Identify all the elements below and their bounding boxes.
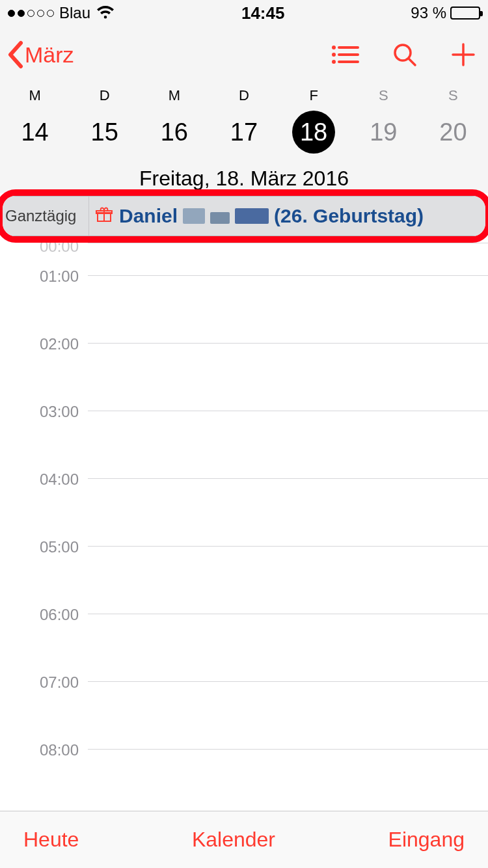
hour-row: 04:00 bbox=[0, 478, 488, 546]
status-time: 14:45 bbox=[241, 3, 285, 23]
day-button[interactable]: 18 bbox=[279, 109, 349, 155]
list-view-button[interactable] bbox=[331, 44, 359, 66]
weekday-row: MDMDFSS bbox=[0, 87, 488, 109]
svg-point-4 bbox=[332, 60, 336, 64]
search-button[interactable] bbox=[392, 42, 418, 68]
weekday-label: S bbox=[418, 87, 488, 109]
day-button[interactable]: 20 bbox=[418, 109, 488, 155]
signal-strength-icon bbox=[8, 10, 54, 17]
hour-slot[interactable] bbox=[88, 614, 488, 681]
hour-row: 01:00 bbox=[0, 275, 488, 343]
allday-label: Ganztägig bbox=[3, 197, 89, 236]
status-right: 93 % bbox=[411, 4, 480, 22]
hour-label: 08:00 bbox=[0, 741, 88, 759]
hour-label: 02:00 bbox=[0, 335, 88, 353]
allday-highlight: Ganztägig Daniel (26. Geburtstag) bbox=[0, 189, 488, 243]
bottom-toolbar: Heute Kalender Eingang bbox=[0, 811, 488, 868]
weekday-label: M bbox=[139, 87, 209, 109]
nav-bar: März bbox=[0, 26, 488, 83]
hour-label: 01:00 bbox=[0, 267, 88, 286]
day-button[interactable]: 14 bbox=[0, 109, 70, 155]
day-button[interactable]: 19 bbox=[349, 109, 418, 155]
hour-slot[interactable] bbox=[88, 343, 488, 411]
allday-event[interactable]: Daniel (26. Geburtstag) bbox=[89, 197, 485, 236]
hour-label: 00:00 bbox=[0, 243, 88, 256]
back-button[interactable]: März bbox=[7, 40, 74, 69]
hour-row: 08:00 bbox=[0, 749, 488, 815]
hour-label: 07:00 bbox=[0, 673, 88, 692]
wifi-icon bbox=[96, 6, 115, 20]
redacted-text bbox=[235, 208, 269, 224]
day-timeline[interactable]: 00:0001:0002:0003:0004:0005:0006:0007:00… bbox=[0, 243, 488, 815]
battery-icon bbox=[450, 7, 480, 20]
calendars-button[interactable]: Kalender bbox=[192, 828, 275, 852]
hour-slot[interactable] bbox=[88, 243, 488, 275]
redacted-text bbox=[210, 212, 230, 224]
status-left: Blau bbox=[8, 4, 115, 22]
hour-slot[interactable] bbox=[88, 478, 488, 546]
hour-row: 06:00 bbox=[0, 614, 488, 681]
day-button[interactable]: 15 bbox=[70, 109, 139, 155]
hour-slot[interactable] bbox=[88, 681, 488, 749]
weekday-label: D bbox=[70, 87, 139, 109]
gift-icon bbox=[96, 205, 113, 227]
svg-point-0 bbox=[332, 46, 336, 49]
daynum-row: 14151617181920 bbox=[0, 109, 488, 155]
carrier-label: Blau bbox=[59, 4, 90, 22]
hour-label: 06:00 bbox=[0, 606, 88, 624]
hour-label: 05:00 bbox=[0, 538, 88, 556]
weekday-label: D bbox=[209, 87, 278, 109]
day-button[interactable]: 17 bbox=[209, 109, 278, 155]
redacted-text bbox=[183, 208, 205, 224]
week-strip: MDMDFSS 14151617181920 bbox=[0, 83, 488, 161]
today-button[interactable]: Heute bbox=[23, 828, 79, 852]
chevron-left-icon bbox=[7, 40, 23, 69]
inbox-button[interactable]: Eingang bbox=[388, 828, 465, 852]
allday-row: Ganztägig Daniel (26. Geburtstag) bbox=[3, 197, 485, 236]
hour-slot[interactable] bbox=[88, 546, 488, 614]
add-event-button[interactable] bbox=[450, 42, 476, 68]
weekday-label: S bbox=[349, 87, 418, 109]
battery-indicator: 93 % bbox=[411, 4, 480, 22]
day-button[interactable]: 16 bbox=[139, 109, 209, 155]
status-bar: Blau 14:45 93 % bbox=[0, 0, 488, 26]
hour-label: 04:00 bbox=[0, 470, 88, 489]
full-date-label: Freitag, 18. März 2016 bbox=[0, 161, 488, 193]
event-suffix: (26. Geburtstag) bbox=[274, 205, 424, 227]
hour-slot[interactable] bbox=[88, 411, 488, 478]
event-name: Daniel bbox=[119, 205, 178, 227]
back-label: März bbox=[25, 42, 74, 68]
weekday-label: M bbox=[0, 87, 70, 109]
battery-percent: 93 % bbox=[411, 4, 446, 22]
hour-row: 05:00 bbox=[0, 546, 488, 614]
hour-row: 07:00 bbox=[0, 681, 488, 749]
svg-point-2 bbox=[332, 53, 336, 57]
hour-slot[interactable] bbox=[88, 749, 488, 815]
hour-row: 02:00 bbox=[0, 343, 488, 411]
hour-label: 03:00 bbox=[0, 403, 88, 421]
hour-row: 03:00 bbox=[0, 411, 488, 478]
weekday-label: F bbox=[279, 87, 349, 109]
hour-slot[interactable] bbox=[88, 275, 488, 343]
svg-line-7 bbox=[409, 59, 415, 65]
